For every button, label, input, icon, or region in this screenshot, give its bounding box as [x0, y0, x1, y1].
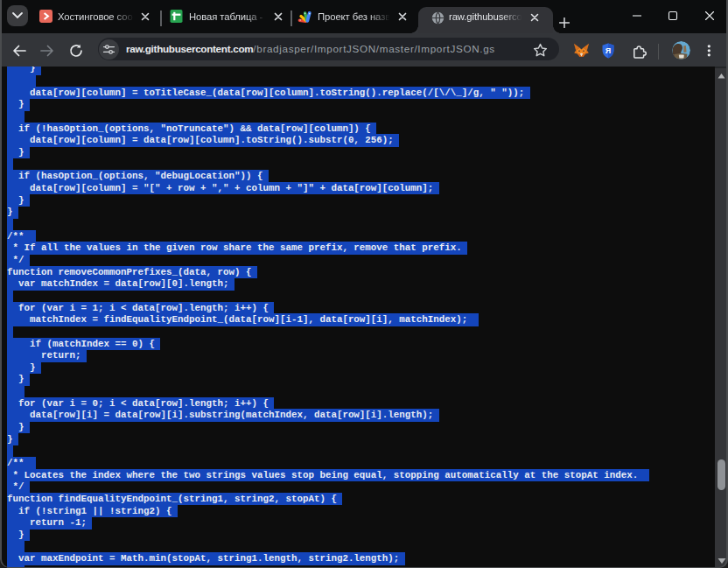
- svg-text:Я: Я: [606, 46, 611, 55]
